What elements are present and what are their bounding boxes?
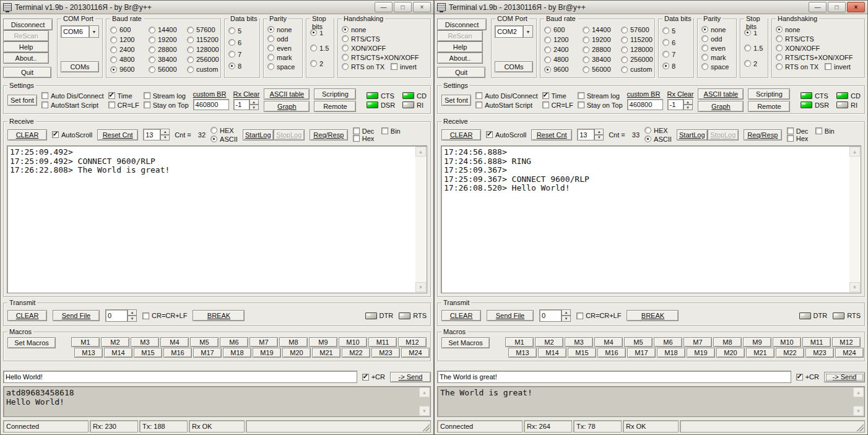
macro-button[interactable]: M22: [342, 348, 370, 358]
parity-radio[interactable]: mark: [267, 53, 298, 62]
spin-down-icon[interactable]: ▼: [594, 135, 604, 141]
macro-button[interactable]: M23: [805, 348, 834, 358]
macro-button[interactable]: M9: [309, 337, 337, 347]
receive-terminal-area[interactable]: 17:24:56.888> 17:24:56.888> RING 17:25:0…: [441, 145, 861, 293]
baud-option-radio[interactable]: 38400: [583, 54, 621, 64]
scroll-up-icon[interactable]: ▲: [853, 387, 864, 397]
autostart-script-checkbox[interactable]: AutoStart Script: [475, 101, 538, 109]
scroll-down-icon[interactable]: ▼: [415, 282, 426, 292]
scroll-down-icon[interactable]: ▼: [849, 282, 860, 292]
parity-radio[interactable]: even: [267, 43, 298, 53]
maximize-button[interactable]: □: [828, 2, 846, 12]
macro-button[interactable]: M24: [401, 348, 430, 358]
ascii-table-button[interactable]: ASCII table: [264, 88, 310, 100]
macro-button[interactable]: M2: [101, 337, 129, 347]
stay-on-top-checkbox[interactable]: Stay on Top: [144, 101, 189, 109]
send-button[interactable]: -> Send: [390, 372, 431, 382]
com-port-select[interactable]: COM2 ▼: [495, 25, 533, 38]
macro-button[interactable]: M18: [657, 348, 685, 358]
parity-radio[interactable]: odd: [267, 34, 298, 43]
hex-checkbox[interactable]: Hex: [787, 135, 814, 142]
spin-down-icon[interactable]: ▼: [684, 105, 693, 110]
reset-cnt-button[interactable]: Reset Cnt: [531, 129, 572, 140]
autostart-script-checkbox[interactable]: AutoStart Script: [41, 101, 104, 109]
macro-button[interactable]: M15: [134, 348, 162, 358]
macro-button[interactable]: M24: [835, 348, 864, 358]
spin-up-icon[interactable]: ▲: [594, 129, 604, 135]
plus-cr-checkbox[interactable]: +CR: [362, 373, 385, 381]
transmit-spinner[interactable]: 0 ▲ ▼: [105, 309, 137, 322]
macro-button[interactable]: M15: [568, 348, 596, 358]
macro-button[interactable]: M8: [279, 337, 308, 347]
help-button[interactable]: Help: [437, 41, 483, 53]
data-bits-radio[interactable]: 8: [228, 60, 256, 72]
baud-option-radio[interactable]: 256000: [621, 54, 654, 64]
baud-option-radio[interactable]: 115200: [187, 35, 220, 45]
macro-button[interactable]: M4: [594, 337, 623, 347]
quit-button[interactable]: Quit: [3, 67, 51, 78]
receive-clear-button[interactable]: CLEAR: [7, 129, 47, 140]
macro-button[interactable]: M14: [538, 348, 566, 358]
data-bits-radio[interactable]: 5: [228, 25, 256, 37]
coms-button[interactable]: COMs: [495, 61, 533, 72]
spin-up-icon[interactable]: ▲: [562, 309, 571, 316]
bin-checkbox[interactable]: Bin: [381, 127, 406, 135]
data-bits-radio[interactable]: 6: [228, 37, 256, 48]
remote-button[interactable]: Remote: [748, 101, 790, 112]
data-bits-radio[interactable]: 8: [662, 60, 690, 72]
minimize-button[interactable]: —: [375, 2, 393, 12]
baud-option-radio[interactable]: 115200: [621, 35, 654, 45]
scroll-up-icon[interactable]: ▲: [415, 147, 426, 157]
baud-option-radio[interactable]: 1200: [110, 35, 149, 45]
time-checkbox[interactable]: Time: [108, 92, 139, 100]
handshaking-radio[interactable]: RTS/CTS: [342, 34, 427, 43]
scroll-up-icon[interactable]: ▲: [419, 387, 430, 397]
macro-button[interactable]: M1: [71, 337, 100, 347]
about-button[interactable]: About..: [437, 53, 483, 64]
stop-bits-radio[interactable]: 1.5: [744, 40, 764, 56]
rx-clear-spinner[interactable]: -1 ▲ ▼: [233, 99, 260, 110]
macro-button[interactable]: M11: [368, 337, 397, 347]
parity-radio[interactable]: none: [701, 25, 732, 34]
req-resp-button[interactable]: Req/Resp: [744, 129, 782, 140]
macro-button[interactable]: M12: [398, 337, 427, 347]
spin-down-icon[interactable]: ▼: [250, 105, 259, 110]
stop-bits-radio[interactable]: 2: [744, 56, 764, 71]
ascii-radio[interactable]: ASCII: [210, 135, 238, 143]
resize-grip[interactable]: [422, 424, 430, 431]
send-input[interactable]: [3, 371, 357, 383]
disconnect-button[interactable]: Disconnect: [3, 19, 53, 30]
spin-up-icon[interactable]: ▲: [684, 99, 693, 105]
ascii-radio[interactable]: ASCII: [644, 135, 672, 143]
data-bits-radio[interactable]: 7: [662, 48, 690, 60]
title-bar[interactable]: Terminal v1.9b - 20130116Я - by Br@y++ —…: [1, 1, 433, 14]
baud-option-radio[interactable]: 28800: [149, 45, 187, 54]
transmit-clear-button[interactable]: CLEAR: [7, 310, 47, 321]
spin-down-icon[interactable]: ▼: [128, 316, 137, 322]
scripting-button[interactable]: Scripting: [748, 88, 790, 100]
handshaking-radio[interactable]: none: [342, 25, 427, 34]
scroll-up-icon[interactable]: ▲: [849, 147, 860, 157]
count-spinner[interactable]: 13 ▲ ▼: [143, 129, 170, 140]
baud-option-radio[interactable]: 28800: [583, 45, 621, 54]
transmit-clear-button[interactable]: CLEAR: [441, 310, 481, 321]
invert-checkbox[interactable]: invert: [825, 62, 851, 71]
handshaking-radio[interactable]: RTS on TX: [776, 62, 818, 71]
transmit-history-scrollbar[interactable]: ▲ ▼: [419, 387, 430, 416]
parity-radio[interactable]: odd: [701, 34, 732, 43]
autoscroll-checkbox[interactable]: AutoScroll: [52, 131, 92, 139]
macro-button[interactable]: M6: [220, 337, 248, 347]
baud-option-radio[interactable]: 57600: [187, 25, 220, 35]
baud-option-radio[interactable]: custom: [621, 64, 654, 74]
spin-down-icon[interactable]: ▼: [562, 316, 571, 322]
transmit-history-area[interactable]: atd89683458618 Hello World! ▲ ▼: [3, 386, 431, 417]
parity-radio[interactable]: space: [267, 62, 298, 71]
dec-checkbox[interactable]: Dec: [787, 127, 814, 135]
plus-cr-checkbox[interactable]: +CR: [796, 373, 819, 381]
transmit-history-area[interactable]: The World is great! ▲ ▼: [437, 386, 865, 417]
baud-option-radio[interactable]: 600: [110, 25, 149, 35]
macro-button[interactable]: M13: [74, 348, 103, 358]
baud-option-radio[interactable]: 2400: [110, 45, 149, 54]
baud-option-radio[interactable]: 56000: [583, 64, 621, 74]
stop-bits-radio[interactable]: 1.5: [310, 40, 330, 56]
